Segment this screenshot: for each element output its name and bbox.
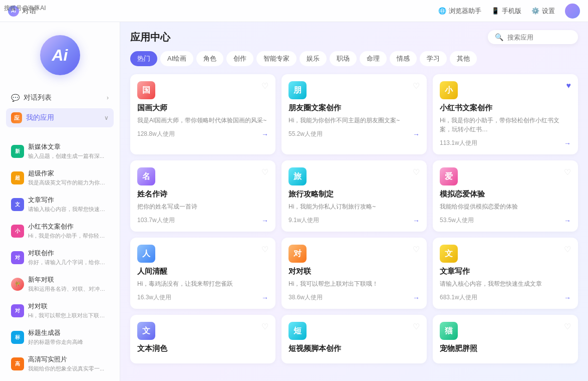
tab-reasoning[interactable]: 命理 <box>360 51 387 66</box>
sidebar-item-desc: 我是高级英文写作的能力为你的... <box>28 179 109 186</box>
app-card-couplet2[interactable]: 对 ♡ 对对联 Hi，我可以帮您上联对出下联哦！ 38.6w人使用 → <box>281 238 427 309</box>
app-card-arrow-icon[interactable]: → <box>413 294 420 302</box>
app-card-footer: 113.1w人使用 → <box>440 139 571 147</box>
my-apps-left: 应 我的应用 <box>11 112 54 123</box>
app-card-pet-care[interactable]: 猫 ♡ 宠物肥胖照 <box>433 315 578 363</box>
sidebar-item-article-writing[interactable]: 文 文章写作 请输入核心内容，我帮您快速生... <box>6 192 114 217</box>
search-icon: 🔍 <box>495 33 503 41</box>
app-card-arrow-icon[interactable]: → <box>564 139 571 147</box>
tab-entertainment[interactable]: 娱乐 <box>300 51 327 66</box>
sidebar-item-title: 超级作家 <box>28 169 109 178</box>
app-center-title: 应用中心 <box>130 31 170 44</box>
app-card-arrow-icon[interactable]: → <box>261 294 268 302</box>
sidebar-item-text: 标题生成器 好的标题带你走向高峰 <box>28 328 109 346</box>
app-card-top: 旅 ♡ <box>288 167 420 185</box>
tab-study[interactable]: 学习 <box>420 51 447 66</box>
app-favorite-icon[interactable]: ♡ <box>564 245 571 254</box>
app-card-name: 对对联 <box>288 267 420 276</box>
sidebar-item-duilian[interactable]: 对 对对联 Hi，我可以帮您上联对出下联哦！ <box>6 298 114 323</box>
app-card-top: 名 ♡ <box>137 167 268 185</box>
tab-character[interactable]: 角色 <box>196 51 223 66</box>
tab-other[interactable]: 其他 <box>450 51 477 66</box>
app-card-icon: 人 <box>137 245 155 263</box>
sidebar-item-new-media[interactable]: 新 新媒体文章 输入品题，创建生成一篇有深... <box>6 138 114 164</box>
tab-workplace[interactable]: 职场 <box>330 51 357 66</box>
app-card-text-color[interactable]: 文 ♡ 文本润色 <box>130 315 275 363</box>
my-apps-header[interactable]: 应 我的应用 ∨ <box>6 108 114 127</box>
search-box[interactable]: 🔍 <box>488 30 578 44</box>
app-card-arrow-icon[interactable]: → <box>564 217 571 225</box>
sidebar-item-title: 文章写作 <box>28 196 109 205</box>
settings-nav[interactable]: ⚙️ 设置 <box>531 7 555 16</box>
app-card-friends-post[interactable]: 朋 ♡ 朋友圈文案创作 Hi，我能为你创作不同主题的朋友圈文案~ 55.2w人使… <box>281 74 427 154</box>
app-favorite-icon[interactable]: ♡ <box>413 81 420 91</box>
tab-hot[interactable]: 热门 <box>130 51 157 66</box>
app-card-arrow-icon[interactable]: → <box>564 294 571 302</box>
app-card-arrow-icon[interactable]: → <box>413 217 420 225</box>
app-card-travel-plan[interactable]: 旅 ♡ 旅行攻略制定 Hi，我能为你私人订制旅行攻略~ 9.1w人使用 → <box>281 160 427 232</box>
sidebar-item-xiaohongshu[interactable]: 小 小红书文案创作 Hi，我是你的小助手，帮你轻松... <box>6 218 114 244</box>
mobile-nav[interactable]: 📱 手机版 <box>491 7 521 16</box>
sidebar-item-title: 对对联 <box>28 302 109 311</box>
app-card-icon: 文 <box>440 245 458 263</box>
sidebar-item-title-gen[interactable]: 标 标题生成器 好的标题带你走向高峰 <box>6 324 114 350</box>
app-card-footer: 55.2w人使用 → <box>288 130 420 138</box>
search-input[interactable] <box>507 34 571 41</box>
app-favorite-icon[interactable]: ♡ <box>564 167 571 177</box>
settings-icon: ⚙️ <box>531 7 539 15</box>
app-card-icon: 短 <box>288 322 307 340</box>
app-card-desc: Hi，我能为你创作不同主题的朋友圈文案~ <box>288 116 420 125</box>
user-avatar[interactable] <box>565 4 580 19</box>
mobile-label: 手机版 <box>502 7 521 16</box>
app-card-icon: 爱 <box>440 167 458 185</box>
app-card-arrow-icon[interactable]: → <box>261 217 268 225</box>
app-card-users: 38.6w人使用 <box>288 293 323 302</box>
app-card-name: 国画大师 <box>137 103 268 113</box>
app-favorite-icon[interactable]: ♡ <box>413 167 420 177</box>
app-favorite-icon[interactable]: ♡ <box>413 245 420 254</box>
browser-assistant-nav[interactable]: 🌐 浏览器助手 <box>438 7 481 16</box>
chat-list-header[interactable]: 💬 对话列表 › <box>6 89 114 106</box>
sidebar-item-text: 新媒体文章 输入品题，创建生成一篇有深... <box>28 142 109 160</box>
sidebar-item-text: 对联创作 你好，请输入几个字词，给你推... <box>28 249 109 266</box>
app-card-xiaohongshu-copy[interactable]: 小 ♥ 小红书文案创作 Hi，我是你的小助手，带你轻松创作小红书文案，玩转小红书… <box>433 74 578 154</box>
app-card-icon: 文 <box>137 322 155 340</box>
app-card-arrow-icon[interactable]: → <box>413 130 420 138</box>
app-card-footer: 9.1w人使用 → <box>288 216 420 225</box>
app-favorite-icon[interactable]: ♡ <box>564 322 571 331</box>
sidebar-item-ppt[interactable]: PPT PPT：最强画图软件 PPT，是最强画图软件... <box>6 377 114 381</box>
sidebar-item-title: 小红书文案创作 <box>28 222 109 231</box>
sidebar-item-couplet[interactable]: 对 对联创作 你好，请输入几个字词，给你推... <box>6 245 114 270</box>
app-favorite-icon[interactable]: ♡ <box>261 167 268 177</box>
app-favorite-icon[interactable]: ♡ <box>261 81 268 91</box>
app-card-arrow-icon[interactable]: → <box>261 130 268 138</box>
app-card-guohua[interactable]: 国 ♡ 国画大师 我是AI国画大师，带你领略时代体验国画的风采~ 128.8w人… <box>130 74 275 154</box>
sidebar-item-desc: 好的标题带你走向高峰 <box>28 338 109 346</box>
top-bar-right: 🌐 浏览器助手 📱 手机版 ⚙️ 设置 <box>438 4 580 19</box>
app-card-users: 128.8w人使用 <box>137 130 175 138</box>
app-favorite-icon[interactable]: ♥ <box>566 81 571 90</box>
app-card-name-poem[interactable]: 名 ♡ 姓名作诗 把你的姓名写成一首诗 103.7w人使用 → <box>130 160 275 232</box>
app-card-love-sim[interactable]: 爱 ♡ 模拟恋爱体验 我能给你提供模拟恋爱的体验 53.5w人使用 → <box>433 160 578 232</box>
sidebar-item-title: 新年对联 <box>28 275 109 284</box>
tab-ai-draw[interactable]: AI绘画 <box>160 51 193 66</box>
tab-emotion[interactable]: 情感 <box>390 51 417 66</box>
tab-create[interactable]: 创作 <box>226 51 253 66</box>
sidebar-item-newyear-couplet[interactable]: 🎋 新年对联 我和运用各名诗、对联、对冲清... <box>6 271 114 297</box>
sidebar-item-desc: 我能给你的想象全说真实零一... <box>28 365 109 372</box>
app-favorite-icon[interactable]: ♡ <box>261 245 268 254</box>
app-card-human-clear[interactable]: 人 ♡ 人间清醒 Hi，毒鸡汤没有，让我来帮打您雀跃 16.3w人使用 → <box>130 238 275 309</box>
tab-expert[interactable]: 智能专家 <box>256 51 297 66</box>
app-favorite-icon[interactable]: ♡ <box>261 322 268 331</box>
app-card-article-write2[interactable]: 文 ♡ 文章写作 请输入核心内容，我帮您快速生成文章 683.1w人使用 → <box>433 238 578 309</box>
sidebar-item-desc: 我和运用各名诗、对联、对冲清... <box>28 285 109 293</box>
sidebar-item-badge: 小 <box>11 225 24 238</box>
app-card-short-video[interactable]: 短 ♡ 短视频脚本创作 <box>281 315 427 363</box>
chat-list-left: 💬 对话列表 <box>11 93 52 102</box>
sidebar-item-title: 新媒体文章 <box>28 142 109 151</box>
sidebar-item-title: 对联创作 <box>28 249 109 258</box>
sidebar-item-super-writer[interactable]: 超 超级作家 我是高级英文写作的能力为你的... <box>6 165 114 190</box>
my-apps-label: 我的应用 <box>26 113 54 122</box>
app-favorite-icon[interactable]: ♡ <box>413 322 420 331</box>
sidebar-item-photo-real[interactable]: 高 高清写实照片 我能给你的想象全说真实零一... <box>6 351 114 376</box>
